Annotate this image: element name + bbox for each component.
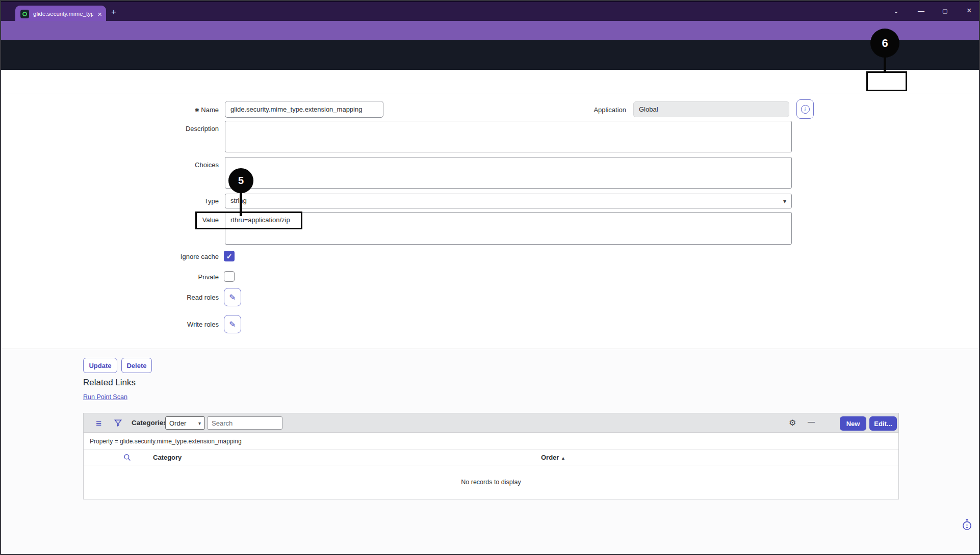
browser-tab-bar: glide.security.mime_type.extensi × + ⌄ —… [1, 1, 979, 21]
delete-button-footer[interactable]: Delete [121, 358, 152, 373]
annotation-step-6-highlight [866, 71, 907, 91]
search-field-select[interactable]: Order ▾ [165, 416, 205, 430]
private-label: Private [78, 273, 219, 281]
browser-window: glide.security.mime_type.extensi × + ⌄ —… [0, 0, 980, 555]
ignore-cache-label: Ignore cache [78, 253, 219, 260]
chevron-down-icon: ▾ [783, 198, 786, 205]
list-context-menu-icon[interactable]: ≡ [96, 418, 101, 429]
description-label: Description [78, 125, 219, 133]
column-header-order[interactable]: Order ▲ [541, 454, 565, 461]
column-header-category[interactable]: Category [153, 454, 182, 461]
form-body: ✱ Name glide.security.mime_type.extensio… [1, 93, 979, 349]
maximize-window-icon[interactable]: ▢ [942, 8, 947, 14]
chevron-down-icon: ▾ [198, 420, 201, 426]
check-icon: ✓ [226, 252, 233, 260]
choices-label: Choices [78, 161, 219, 169]
info-icon: i [801, 105, 810, 114]
minimize-window-icon[interactable]: — [918, 7, 924, 15]
list-column-header-row: Category Order ▲ [84, 450, 898, 465]
pencil-icon: ✎ [229, 293, 236, 302]
new-button[interactable]: New [840, 416, 866, 431]
required-icon: ✱ [194, 107, 199, 113]
sort-ascending-icon: ▲ [561, 456, 565, 461]
application-input: Global [633, 101, 789, 117]
categories-related-list: ≡ Categories Order ▾ ⚙ — New Edit... Pro… [83, 413, 899, 499]
related-links-heading: Related Links [83, 378, 136, 388]
read-roles-label: Read roles [78, 294, 219, 301]
categories-search-input[interactable] [207, 416, 282, 430]
edit-button[interactable]: Edit... [869, 416, 897, 431]
write-roles-edit-button[interactable]: ✎ [224, 315, 241, 333]
run-point-scan-link[interactable]: Run Point Scan [83, 393, 127, 401]
browser-tab[interactable]: glide.security.mime_type.extensi × [15, 6, 106, 22]
write-roles-label: Write roles [78, 321, 219, 328]
servicenow-favicon-icon [20, 10, 29, 18]
list-search-icon[interactable] [123, 454, 131, 461]
annotation-step-6-circle: 6 [870, 29, 899, 58]
update-button-footer[interactable]: Update [83, 358, 117, 373]
ignore-cache-checkbox[interactable]: ✓ [224, 251, 235, 261]
annotation-step-6-line [884, 56, 886, 72]
tab-title: glide.security.mime_type.extensi [33, 11, 93, 17]
browser-url-bar: ◁ ▷ ⌂ https://████████.service-now.com/n… [1, 21, 979, 40]
type-select[interactable]: string ▾ [225, 194, 792, 208]
application-label: Application [511, 106, 626, 114]
tab-close-icon[interactable]: × [97, 10, 102, 18]
name-label: ✱ Name [78, 106, 219, 114]
new-tab-button[interactable]: + [111, 7, 116, 17]
application-info-button[interactable]: i [796, 99, 814, 119]
read-roles-edit-button[interactable]: ✎ [224, 288, 241, 306]
filter-funnel-icon[interactable] [114, 419, 122, 427]
annotation-step-5-highlight [195, 212, 302, 229]
categories-toolbar: ≡ Categories Order ▾ ⚙ — New Edit... [84, 413, 898, 433]
list-settings-gear-icon[interactable]: ⚙ [789, 418, 796, 428]
collapse-list-icon[interactable]: — [808, 417, 815, 426]
annotation-step-5-line [240, 192, 242, 216]
description-textarea[interactable] [225, 121, 792, 152]
value-textarea[interactable]: rthru=application/zip [225, 212, 792, 245]
name-input[interactable]: glide.security.mime_type.extension_mappi… [225, 101, 383, 118]
type-label: Type [78, 197, 219, 205]
list-breadcrumb[interactable]: Property = glide.security.mime_type.exte… [84, 433, 898, 450]
response-time-stopwatch-icon[interactable] [962, 519, 972, 531]
servicenow-header: servicenow All Favorites History Workspa… [1, 40, 979, 70]
choices-textarea[interactable] [225, 157, 792, 189]
record-form-header: ‹ ≡ System Property glide.security.mime_… [1, 70, 979, 93]
empty-list-message: No records to display [84, 465, 898, 499]
pencil-icon: ✎ [229, 320, 236, 329]
categories-title: Categories [132, 419, 167, 427]
tab-search-icon[interactable]: ⌄ [893, 7, 899, 15]
close-window-icon[interactable]: × [967, 6, 971, 15]
private-checkbox[interactable] [224, 271, 235, 282]
annotation-step-5-circle: 5 [228, 168, 253, 193]
